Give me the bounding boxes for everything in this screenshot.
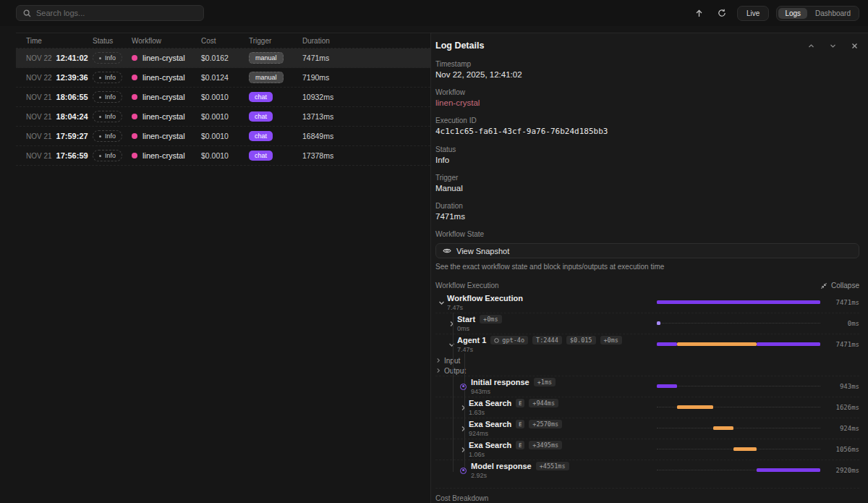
- execution-id-value: 4c1c1c65-fa61-43cf-9a76-76b24d185bb3: [435, 127, 859, 136]
- node-duration-label: 7471ms: [820, 341, 859, 348]
- tree-node-exa-search-3[interactable]: Exa Search E +3495ms 1.06s 1056ms: [435, 439, 859, 460]
- row-cost: $0.0010: [201, 132, 249, 140]
- workflow-dot-icon: [132, 153, 137, 158]
- trigger-badge: chat: [249, 131, 273, 141]
- node-duration-sub: 2.92s: [471, 472, 657, 479]
- model-badge: gpt-4o: [490, 336, 528, 345]
- workflow-name: linen-crystal: [142, 151, 185, 160]
- row-date: NOV 21: [26, 93, 52, 101]
- exa-icon: E: [516, 399, 524, 407]
- tree-node-workflow-execution[interactable]: Workflow Execution 7.47s 7471ms: [435, 292, 859, 313]
- logs-panel: Time Status Workflow Cost Trigger Durati…: [0, 33, 430, 503]
- timeline-track: [657, 318, 820, 329]
- tree-node-model-response[interactable]: Model response +4551ms 2.92s 2920ms: [435, 460, 859, 481]
- chevron-down-icon: [830, 43, 836, 49]
- offset-badge: +3495ms: [529, 441, 562, 449]
- execution-tree: Workflow Execution 7.47s 7471ms Start +0…: [435, 292, 859, 481]
- exa-icon: E: [516, 420, 524, 428]
- workflow-value[interactable]: linen-crystal: [435, 98, 859, 107]
- table-row[interactable]: NOV 2212:41:02 Info linen-crystal $0.016…: [16, 48, 430, 68]
- prev-log-button[interactable]: [806, 41, 816, 51]
- field-label: Timestamp: [435, 60, 859, 68]
- col-duration: Duration: [302, 37, 430, 45]
- trigger-badge: chat: [249, 151, 273, 161]
- view-snapshot-button[interactable]: View Snapshot: [435, 243, 859, 258]
- search-icon: [23, 9, 31, 17]
- status-dot-icon: [99, 96, 101, 98]
- row-time: 12:39:36: [56, 73, 88, 82]
- refresh-button[interactable]: [714, 5, 730, 21]
- timeline-track: [657, 423, 820, 434]
- tree-node-input[interactable]: Input: [435, 355, 859, 365]
- table-row[interactable]: NOV 2118:04:24 Info linen-crystal $0.001…: [16, 107, 430, 127]
- status-badge: Info: [93, 52, 122, 64]
- node-duration-label: 1056ms: [820, 446, 859, 453]
- workflow-dot-icon: [132, 133, 137, 139]
- timeline-bar: [677, 342, 756, 346]
- model-response-icon: [460, 384, 471, 390]
- status-badge: Info: [93, 111, 122, 122]
- field-label: Execution ID: [435, 117, 859, 124]
- row-date: NOV 22: [26, 74, 52, 82]
- close-panel-button[interactable]: [849, 41, 859, 51]
- table-row[interactable]: NOV 2118:06:55 Info linen-crystal $0.001…: [16, 88, 430, 107]
- live-button[interactable]: Live: [737, 6, 769, 21]
- snapshot-help-text: See the exact workflow state and block i…: [435, 263, 859, 271]
- node-duration-label: 2920ms: [820, 467, 859, 474]
- table-row[interactable]: NOV 2117:59:27 Info linen-crystal $0.001…: [16, 127, 430, 146]
- trigger-badge: chat: [249, 111, 273, 122]
- collapse-icon: [820, 282, 827, 289]
- workflow-name: linen-crystal: [142, 112, 185, 121]
- timeline-track: [657, 381, 820, 392]
- timeline-track: [657, 297, 820, 308]
- node-duration-sub: 1.63s: [469, 409, 657, 416]
- chevron-right-icon[interactable]: [435, 368, 444, 373]
- workflow-name: linen-crystal: [142, 132, 185, 140]
- tree-rail: [464, 353, 465, 472]
- row-date: NOV 21: [26, 113, 52, 121]
- workflow-dot-icon: [132, 75, 137, 80]
- log-details-panel: Log Details Timestamp Nov 22, 2025, 12:4…: [430, 33, 868, 503]
- tree-node-output[interactable]: Output: [435, 365, 859, 376]
- execution-section-label: Workflow Execution: [435, 282, 499, 289]
- chevron-right-icon[interactable]: [435, 358, 444, 363]
- field-label: Trigger: [435, 174, 859, 182]
- tree-node-exa-search-2[interactable]: Exa Search E +2570ms 924ms 924ms: [435, 418, 859, 439]
- row-cost: $0.0010: [201, 151, 249, 160]
- view-switcher: Logs Dashboard: [776, 6, 859, 21]
- chevron-up-icon: [808, 43, 814, 49]
- close-icon: [851, 43, 858, 49]
- timeline-bar: [713, 426, 733, 430]
- status-badge: Info: [93, 130, 122, 142]
- table-row[interactable]: NOV 2212:39:36 Info linen-crystal $0.012…: [16, 68, 430, 88]
- timeline-bar: [657, 342, 677, 346]
- next-log-button[interactable]: [827, 41, 838, 51]
- tree-node-agent-1[interactable]: Agent 1 gpt-4o T:2444 $0.015 +0ms 7.47s …: [435, 334, 859, 355]
- workflow-dot-icon: [132, 94, 137, 100]
- row-time: 18:04:24: [56, 112, 88, 121]
- collapse-button[interactable]: Collapse: [820, 282, 859, 289]
- row-time: 17:56:59: [56, 151, 88, 160]
- status-dot-icon: [99, 135, 101, 138]
- upload-button[interactable]: [691, 5, 707, 21]
- timeline-track: [657, 402, 820, 413]
- tab-dashboard[interactable]: Dashboard: [809, 8, 857, 19]
- chevron-down-icon[interactable]: [438, 300, 447, 306]
- node-duration-sub: 924ms: [469, 430, 657, 437]
- tree-node-initial-response[interactable]: Initial response +1ms 943ms 943ms: [435, 376, 859, 397]
- tree-node-start[interactable]: Start +0ms 0ms 0ms: [435, 313, 859, 334]
- status-dot-icon: [99, 155, 101, 157]
- search-input[interactable]: [36, 9, 197, 17]
- table-row[interactable]: NOV 2117:56:59 Info linen-crystal $0.001…: [16, 146, 430, 166]
- tree-node-exa-search-1[interactable]: Exa Search E +944ms 1.63s 1626ms: [435, 397, 859, 418]
- model-icon: [494, 338, 499, 343]
- node-duration-label: 1626ms: [820, 404, 859, 411]
- workflow-name: linen-crystal: [142, 54, 185, 62]
- cost-breakdown-section: Cost Breakdown Base Execution:$0.0010 Mo…: [435, 488, 859, 503]
- status-badge: Info: [93, 150, 122, 161]
- timeline-bar: [657, 384, 677, 388]
- exa-icon: E: [516, 441, 524, 449]
- tab-logs[interactable]: Logs: [778, 8, 807, 19]
- col-trigger: Trigger: [249, 37, 302, 45]
- search-bar[interactable]: [16, 5, 204, 21]
